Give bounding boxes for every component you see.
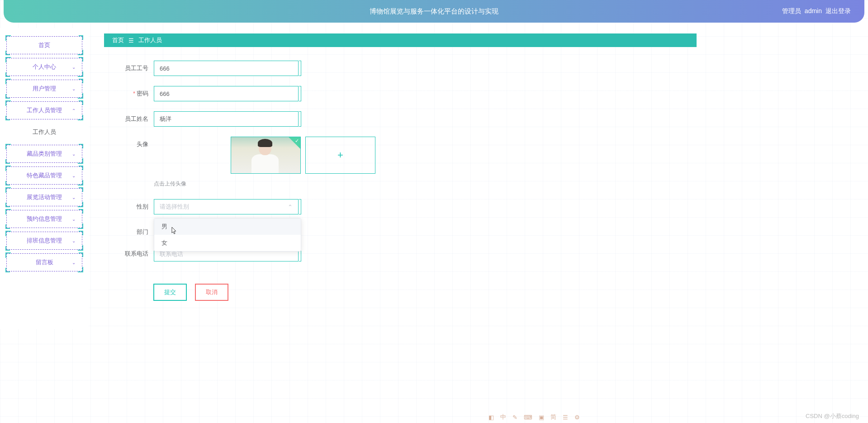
ime-toolbar: ◧ 中 ✎ ⌨ ▣ 简 ☰ ⚙ [489, 413, 580, 421]
chevron-down-icon: ⌄ [72, 173, 76, 178]
ime-icon4[interactable]: ▣ [539, 414, 544, 421]
sidebar-item-schedule[interactable]: 排班信息管理⌄ [6, 232, 82, 250]
ime-icon3[interactable]: ⌨ [524, 414, 532, 421]
avatar-preview[interactable] [231, 137, 301, 174]
ime-icon6[interactable]: ⚙ [574, 414, 580, 421]
upload-button[interactable]: + [305, 137, 375, 174]
breadcrumb-home[interactable]: 首页 [112, 36, 124, 44]
check-icon [289, 137, 300, 149]
sidebar-item-category[interactable]: 藏品类别管理⌄ [6, 145, 82, 163]
username[interactable]: admin [805, 7, 822, 15]
sidebar-item-staff[interactable]: 工作人员 [6, 123, 82, 141]
dropdown-option-female[interactable]: 女 [154, 235, 301, 251]
sidebar-item-message[interactable]: 留言板⌄ [6, 253, 82, 271]
label-avatar: 头像 [109, 137, 154, 148]
password-input[interactable] [154, 86, 299, 101]
label-gender: 性别 [109, 199, 154, 211]
chevron-up-icon: ⌃ [72, 108, 76, 113]
sidebar-item-exhibition[interactable]: 展览活动管理⌄ [6, 188, 82, 206]
chevron-down-icon: ⌄ [72, 217, 76, 222]
role-label: 管理员 [782, 7, 801, 15]
ime-icon5[interactable]: ☰ [563, 414, 568, 421]
app-header: 博物馆展览与服务一体化平台的设计与实现 管理员 admin 退出登录 [4, 0, 864, 23]
chevron-down-icon: ⌄ [72, 195, 76, 200]
chevron-down-icon: ⌄ [72, 65, 76, 70]
chevron-down-icon: ⌄ [72, 152, 76, 157]
cancel-button[interactable]: 取消 [195, 284, 228, 300]
logout-link[interactable]: 退出登录 [825, 7, 851, 15]
ime-simplified[interactable]: 简 [550, 413, 556, 421]
chevron-down-icon: ⌄ [72, 260, 76, 265]
label-department: 部门 [109, 224, 154, 236]
gender-select[interactable]: 请选择性别 ⌃ [154, 199, 299, 214]
main-content: 首页 ☰ 工作人员 员工工号 *密码 员工姓名 头像 [104, 33, 697, 314]
plus-icon: + [337, 149, 343, 161]
hamburger-icon: ☰ [128, 37, 134, 44]
chevron-down-icon: ⌄ [72, 238, 76, 243]
sidebar-item-home[interactable]: 首页 [6, 36, 82, 54]
label-employee-id: 员工工号 [109, 61, 154, 72]
label-phone: 联系电话 [109, 246, 154, 258]
ime-lang[interactable]: 中 [500, 413, 506, 421]
sidebar-item-users[interactable]: 用户管理⌄ [6, 80, 82, 98]
submit-button[interactable]: 提交 [154, 284, 186, 300]
gender-dropdown: 男 女 [154, 218, 301, 252]
label-password: *密码 [109, 86, 154, 98]
form: 员工工号 *密码 员工姓名 头像 + [104, 47, 697, 314]
dropdown-option-male[interactable]: 男 [154, 219, 301, 235]
ime-icon2[interactable]: ✎ [512, 414, 517, 421]
breadcrumb-current: 工作人员 [138, 36, 162, 44]
chevron-up-icon: ⌃ [288, 204, 293, 210]
watermark: CSDN @小蔡coding [806, 412, 859, 420]
sidebar: 首页 个人中心⌄ 用户管理⌄ 工作人员管理⌃ 工作人员 藏品类别管理⌄ 特色藏品… [0, 28, 89, 329]
upload-hint: 点击上传头像 [154, 180, 692, 188]
sidebar-item-booking[interactable]: 预约信息管理⌄ [6, 210, 82, 228]
name-input[interactable] [154, 111, 299, 127]
breadcrumb: 首页 ☰ 工作人员 [104, 33, 697, 47]
ime-icon[interactable]: ◧ [489, 414, 494, 421]
chevron-down-icon: ⌄ [72, 86, 76, 91]
sidebar-item-collection[interactable]: 特色藏品管理⌄ [6, 166, 82, 185]
employee-id-input[interactable] [154, 61, 299, 76]
header-user-area: 管理员 admin 退出登录 [782, 7, 851, 15]
sidebar-item-personal[interactable]: 个人中心⌄ [6, 58, 82, 76]
label-name: 员工姓名 [109, 111, 154, 123]
app-title: 博物馆展览与服务一体化平台的设计与实现 [370, 7, 498, 16]
sidebar-item-staff-mgmt[interactable]: 工作人员管理⌃ [6, 101, 82, 119]
